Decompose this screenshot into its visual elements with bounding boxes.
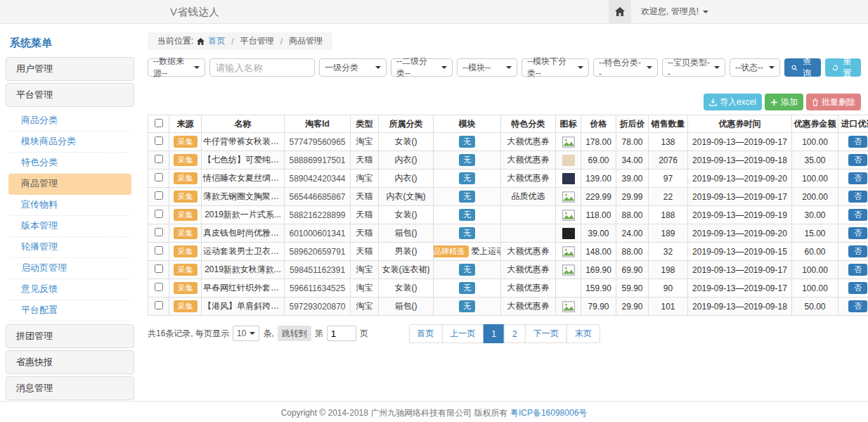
sidebar-subitem[interactable]: 模块商品分类 — [8, 132, 131, 153]
cell-sales: 90 — [649, 279, 688, 298]
import-select-toggle[interactable]: 否 — [848, 191, 867, 203]
sidebar-item-user-mgmt[interactable]: 用户管理 — [6, 57, 134, 81]
module-badge: 无 — [459, 264, 475, 276]
page-button[interactable]: 2 — [504, 324, 526, 343]
select-level1-category[interactable]: 一级分类 — [319, 58, 387, 77]
import-select-toggle[interactable]: 否 — [848, 300, 867, 312]
import-select-toggle[interactable]: 否 — [848, 172, 867, 184]
cell-module: 品牌精选爱上运动 — [434, 243, 501, 261]
sidebar-subitem[interactable]: 启动页管理 — [8, 258, 131, 279]
column-header: 图标 — [556, 115, 581, 133]
cell-icon — [556, 279, 581, 298]
product-thumbnail — [562, 173, 575, 184]
page-button[interactable]: 下一页 — [525, 324, 567, 343]
sidebar-subitem[interactable]: 特色分类 — [8, 153, 131, 174]
sidebar-subitem[interactable]: 宣传物料 — [8, 195, 131, 216]
module-text: 爱上运动 — [471, 245, 501, 257]
row-checkbox[interactable] — [155, 228, 163, 236]
sidebar-subitem[interactable]: 版本管理 — [8, 216, 131, 237]
top-navbar: V省钱达人 欢迎您, 管理员! — [0, 0, 868, 24]
cell-coupon-amount: 15.00 — [792, 224, 838, 243]
cell-price: 148.00 — [581, 243, 616, 261]
pagination-summary: 共16条记录, 每页显示 10 条, 跳转到 第 页 — [148, 326, 368, 341]
cell-name: 情侣睡衣女夏丝绸男士... — [202, 170, 285, 188]
page-button[interactable]: 上一页 — [441, 324, 484, 343]
row-checkbox[interactable] — [155, 210, 163, 218]
reset-button[interactable]: 重置 — [825, 58, 862, 77]
select-feature-category[interactable]: --特色分类-- — [593, 58, 658, 77]
source-badge: 采集 — [174, 227, 197, 239]
select-module[interactable]: --模块-- — [457, 58, 517, 77]
row-checkbox[interactable] — [155, 173, 163, 181]
page-button[interactable]: 末页 — [566, 324, 600, 343]
import-select-toggle[interactable]: 否 — [848, 264, 867, 276]
cell-name: 运动套装男士卫衣初秋... — [202, 243, 285, 261]
cell-type: 淘宝 — [351, 170, 379, 188]
select-status[interactable]: --状态-- — [730, 58, 780, 77]
icp-link[interactable]: 粤ICP备16098006号 — [510, 408, 587, 418]
cell-price: 159.90 — [581, 279, 616, 298]
broken-image-icon — [562, 210, 575, 221]
name-search-input[interactable] — [209, 58, 315, 77]
query-button[interactable]: 查询 — [784, 58, 821, 77]
sidebar-subitem[interactable]: 商品管理 — [8, 174, 131, 195]
caret-icon — [578, 66, 583, 69]
row-checkbox[interactable] — [155, 283, 163, 291]
cell-coupon-time: 2019-09-13—2019-09-20 — [688, 170, 792, 188]
home-nav-button[interactable] — [609, 0, 631, 23]
import-select-toggle[interactable]: 否 — [848, 136, 867, 148]
row-checkbox[interactable] — [155, 301, 163, 309]
cell-icon — [556, 151, 581, 170]
import-select-toggle[interactable]: 否 — [848, 209, 867, 221]
breadcrumb-item-platform[interactable]: 平台管理 — [240, 35, 274, 47]
user-menu[interactable]: 欢迎您, 管理员! — [631, 0, 718, 23]
cell-coupon-amount: 30.00 — [792, 206, 838, 224]
row-checkbox[interactable] — [155, 191, 163, 200]
home-icon — [615, 7, 625, 16]
column-header: 折后价 — [616, 115, 649, 133]
row-checkbox[interactable] — [155, 246, 163, 255]
row-checkbox[interactable] — [155, 136, 163, 145]
cell-sales: 2076 — [649, 151, 688, 170]
pagination-bar: 共16条记录, 每页显示 10 条, 跳转到 第 页 首页上一页12下一页末页 — [148, 324, 861, 344]
row-checkbox[interactable] — [155, 155, 163, 163]
sidebar-subitem[interactable]: 商品分类 — [8, 110, 131, 132]
per-page-select[interactable]: 10 — [233, 326, 259, 341]
select-data-source[interactable]: --数据来源-- — [148, 58, 205, 77]
import-select-toggle[interactable]: 否 — [848, 227, 867, 239]
sidebar-subitem[interactable]: 轮播管理 — [8, 237, 131, 258]
broken-image-icon — [562, 246, 575, 257]
sidebar-item-express[interactable]: 省惠快报 — [6, 350, 134, 374]
cell-taoke-id: 597293020870 — [285, 298, 351, 316]
select-module-subcategory[interactable]: --模块下分类-- — [522, 58, 589, 77]
jump-button[interactable]: 跳转到 — [278, 326, 311, 341]
sidebar-item-message[interactable]: 消息管理 — [6, 376, 134, 400]
cell-name: 2019新款女秋薄款... — [202, 261, 285, 279]
sidebar-item-group-buy[interactable]: 拼团管理 — [6, 324, 134, 348]
select-item-type[interactable]: --宝贝类型-- — [662, 58, 725, 77]
sidebar-subitem[interactable]: 意见反馈 — [8, 279, 131, 300]
module-badge: 无 — [459, 300, 475, 312]
cell-discount: 59.90 — [616, 279, 649, 298]
page-button[interactable]: 首页 — [408, 324, 442, 343]
caret-icon — [506, 66, 512, 69]
add-button[interactable]: 添加 — [765, 94, 803, 110]
welcome-text: 欢迎您, 管理员! — [641, 6, 699, 18]
select-level2-category[interactable]: --二级分类-- — [391, 58, 453, 77]
sidebar-subitem[interactable]: 平台配置 — [8, 300, 131, 321]
row-checkbox[interactable] — [155, 264, 163, 273]
cell-taoke-id: 588216228899 — [285, 206, 351, 224]
page-button[interactable]: 1 — [483, 324, 505, 343]
import-excel-button[interactable]: 导入excel — [704, 94, 762, 110]
batch-delete-button[interactable]: 批量删除 — [806, 94, 861, 110]
cell-coupon-amount: 100.00 — [792, 261, 838, 279]
sidebar-item-platform-mgmt[interactable]: 平台管理 — [6, 83, 134, 107]
import-select-toggle[interactable]: 否 — [848, 154, 867, 166]
cell-taoke-id: 565446685867 — [285, 188, 351, 206]
import-select-toggle[interactable]: 否 — [848, 282, 867, 294]
breadcrumb-home-link[interactable]: 首页 — [208, 35, 225, 47]
jump-page-input[interactable] — [327, 326, 356, 341]
select-all-checkbox[interactable] — [155, 119, 163, 127]
table-row: 采集情侣睡衣女夏丝绸男士...589042420344淘宝内衣()无大额优惠券1… — [148, 170, 868, 188]
import-select-toggle[interactable]: 否 — [848, 245, 867, 257]
